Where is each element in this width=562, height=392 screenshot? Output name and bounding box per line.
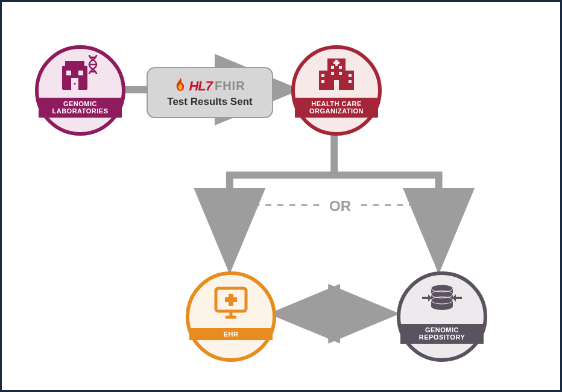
- svg-rect-5: [78, 71, 83, 75]
- node-repo-label: GENOMIC REPOSITORY: [400, 324, 484, 344]
- message-box: HL7 FHIR Test Results Sent: [147, 67, 273, 118]
- monitor-plus-icon: [189, 278, 273, 328]
- logo-hl7-text: HL7: [189, 78, 212, 94]
- svg-rect-1: [65, 61, 84, 66]
- svg-rect-13: [331, 66, 334, 69]
- lab-building-dna-icon: [39, 49, 122, 98]
- node-genomic-repository: GENOMIC REPOSITORY: [397, 271, 487, 362]
- svg-rect-12: [334, 80, 339, 90]
- svg-rect-14: [339, 66, 342, 69]
- branch-or-label: OR: [324, 198, 356, 215]
- node-lab-label: GENOMIC LABORATORIES: [39, 98, 122, 118]
- svg-rect-19: [321, 80, 324, 83]
- logo-fhir-text: FHIR: [215, 79, 245, 93]
- hl7-fhir-logo: HL7 FHIR: [174, 78, 245, 95]
- svg-rect-17: [321, 74, 324, 77]
- node-ehr: EHR: [186, 271, 276, 362]
- svg-point-3: [74, 83, 76, 84]
- message-caption: Test Results Sent: [167, 96, 252, 108]
- node-health-care-organization: HEALTH CARE ORGANIZATION: [291, 45, 382, 136]
- diagram-canvas: OR HL7 FHIR Test Results Sent: [2, 2, 560, 390]
- node-genomic-laboratories: GENOMIC LABORATORIES: [35, 45, 125, 136]
- diagram-frame: OR HL7 FHIR Test Results Sent: [0, 0, 562, 392]
- hospital-icon: [295, 49, 378, 98]
- node-hco-label: HEALTH CARE ORGANIZATION: [295, 98, 378, 118]
- flame-icon: [174, 78, 186, 95]
- database-icon: [400, 275, 484, 324]
- svg-rect-4: [66, 71, 71, 75]
- node-ehr-label: EHR: [189, 328, 273, 341]
- svg-rect-20: [349, 80, 352, 83]
- svg-rect-18: [349, 74, 352, 77]
- svg-rect-16: [339, 72, 342, 75]
- svg-rect-15: [331, 72, 334, 75]
